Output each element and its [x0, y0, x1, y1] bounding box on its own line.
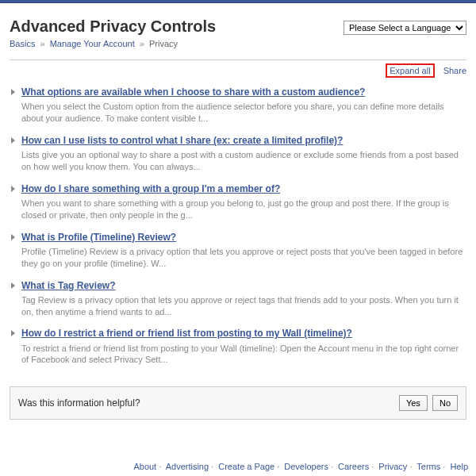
faq-item: How do I restrict a friend or friend lis…	[10, 324, 466, 372]
faq-body: What is Tag Review? Tag Review is a priv…	[21, 279, 466, 318]
faq-body: How can I use lists to control what I sh…	[21, 134, 466, 173]
expand-all-highlight: Expand all	[386, 63, 434, 78]
expand-all-link[interactable]: Expand all	[390, 66, 430, 75]
feedback-question: Was this information helpful?	[18, 397, 140, 409]
list-actions: Expand all Share	[10, 63, 466, 78]
footer-privacy[interactable]: Privacy	[378, 462, 407, 471]
faq-body: What options are available when I choose…	[21, 86, 466, 125]
page-title: Advanced Privacy Controls	[10, 17, 216, 36]
faq-list: What options are available when I choose…	[10, 83, 466, 372]
language-select[interactable]: Please Select a Language	[344, 21, 466, 35]
footer-create-page[interactable]: Create a Page	[218, 462, 274, 471]
breadcrumb-manage[interactable]: Manage Your Account	[50, 39, 135, 48]
faq-body: How do I share something with a group I'…	[21, 182, 466, 221]
footer-developers[interactable]: Developers	[284, 462, 328, 471]
breadcrumb: Basics » Manage Your Account » Privacy	[10, 39, 216, 48]
faq-answer: When you want to share something with a …	[21, 198, 466, 221]
feedback-buttons: Yes No	[397, 395, 458, 411]
faq-body: How do I restrict a friend or friend lis…	[21, 327, 466, 366]
faq-question[interactable]: What is Tag Review?	[21, 280, 115, 291]
footer-help[interactable]: Help	[450, 462, 468, 471]
divider	[10, 60, 466, 60]
share-link[interactable]: Share	[443, 66, 466, 75]
expand-icon[interactable]	[11, 234, 15, 240]
footer-terms[interactable]: Terms	[416, 462, 440, 471]
faq-question[interactable]: What options are available when I choose…	[21, 86, 365, 98]
expand-icon[interactable]	[11, 330, 15, 336]
faq-question[interactable]: How can I use lists to control what I sh…	[21, 135, 343, 146]
faq-answer: When you select the Custom option from t…	[21, 101, 466, 125]
faq-question[interactable]: How do I restrict a friend or friend lis…	[21, 328, 352, 339]
faq-item: What is Profile (Timeline) Review? Profi…	[10, 228, 466, 276]
header-left: Advanced Privacy Controls Basics » Manag…	[10, 17, 216, 48]
faq-answer: Profile (Timeline) Review is a privacy o…	[21, 246, 466, 270]
breadcrumb-current: Privacy	[149, 39, 178, 48]
faq-answer: To restrict a friend or friend list from…	[21, 343, 466, 367]
feedback-no-button[interactable]: No	[432, 395, 458, 411]
faq-item: What options are available when I choose…	[10, 83, 466, 131]
faq-question[interactable]: How do I share something with a group I'…	[21, 183, 280, 194]
expand-icon[interactable]	[11, 186, 15, 192]
faq-answer: Lists give you an optional way to share …	[21, 149, 466, 173]
faq-item: How can I use lists to control what I sh…	[10, 131, 466, 179]
expand-icon[interactable]	[11, 89, 15, 95]
faq-item: How do I share something with a group I'…	[10, 179, 466, 228]
expand-icon[interactable]	[11, 282, 15, 289]
footer-links: About· Advertising· Create a Page· Devel…	[133, 462, 468, 471]
page-content: Advanced Privacy Controls Basics » Manag…	[0, 3, 476, 420]
faq-answer: Tag Review is a privacy option that lets…	[21, 294, 466, 318]
header-row: Advanced Privacy Controls Basics » Manag…	[10, 17, 466, 48]
breadcrumb-basics[interactable]: Basics	[10, 39, 35, 48]
faq-item: What is Tag Review? Tag Review is a priv…	[10, 276, 466, 324]
faq-body: What is Profile (Timeline) Review? Profi…	[21, 231, 466, 270]
expand-icon[interactable]	[11, 137, 15, 144]
feedback-box: Was this information helpful? Yes No	[10, 386, 466, 420]
footer-advertising[interactable]: Advertising	[166, 462, 209, 471]
feedback-yes-button[interactable]: Yes	[399, 395, 428, 411]
footer-careers[interactable]: Careers	[338, 462, 369, 471]
faq-question[interactable]: What is Profile (Timeline) Review?	[21, 232, 176, 243]
footer-about[interactable]: About	[133, 462, 156, 471]
breadcrumb-sep: »	[40, 39, 44, 48]
breadcrumb-sep: »	[140, 39, 144, 48]
